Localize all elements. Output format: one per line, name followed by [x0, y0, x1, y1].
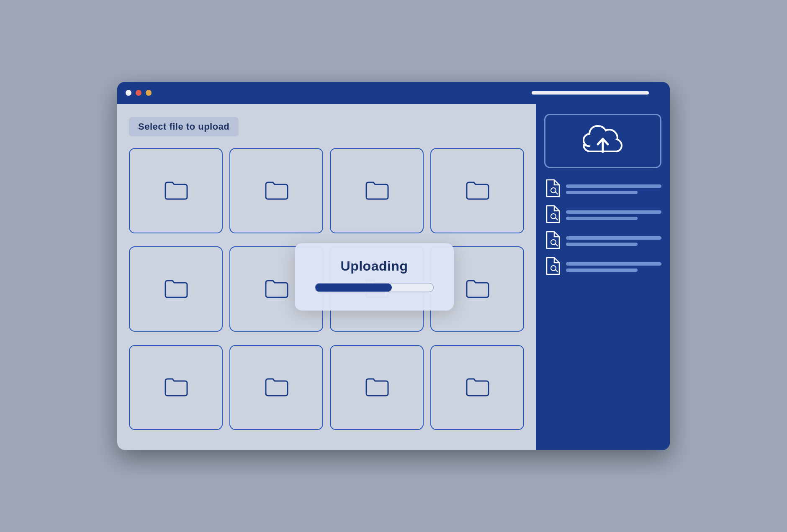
folder-icon — [264, 376, 289, 399]
svg-point-6 — [551, 240, 556, 245]
folder-item[interactable] — [229, 345, 323, 430]
progress-bar-fill — [315, 284, 392, 292]
file-line-2 — [566, 217, 638, 220]
right-panel — [536, 104, 670, 450]
file-list-item[interactable] — [544, 231, 661, 251]
file-list-item[interactable] — [544, 205, 661, 225]
file-line-2 — [566, 243, 638, 246]
file-icon — [544, 179, 560, 199]
folder-item[interactable] — [330, 345, 424, 430]
folder-icon — [264, 278, 289, 300]
progress-bar-track — [315, 283, 434, 292]
titlebar — [117, 82, 670, 104]
cloud-upload-icon — [582, 123, 624, 159]
folder-item[interactable] — [229, 148, 323, 233]
folder-item[interactable] — [330, 148, 424, 233]
svg-point-8 — [551, 266, 556, 271]
file-list — [544, 179, 661, 277]
close-button[interactable] — [126, 90, 131, 96]
folder-icon — [163, 278, 188, 300]
folder-icon — [465, 376, 490, 399]
folder-item[interactable] — [129, 246, 223, 332]
file-lines — [566, 262, 661, 272]
file-lines — [566, 236, 661, 246]
maximize-button[interactable] — [146, 90, 152, 96]
file-line-1 — [566, 236, 661, 240]
folder-item[interactable] — [430, 148, 524, 233]
app-window: Select file to upload — [117, 82, 670, 450]
folder-item[interactable] — [129, 148, 223, 233]
file-line-2 — [566, 191, 638, 194]
titlebar-decoration — [532, 91, 649, 95]
select-file-label: Select file to upload — [129, 117, 239, 136]
folder-item[interactable] — [129, 345, 223, 430]
content-area: Select file to upload — [117, 104, 670, 450]
file-line-1 — [566, 210, 661, 214]
file-line-1 — [566, 184, 661, 188]
file-list-item[interactable] — [544, 257, 661, 277]
folder-icon — [264, 179, 289, 202]
file-lines — [566, 210, 661, 220]
folder-item[interactable] — [430, 345, 524, 430]
file-line-1 — [566, 262, 661, 266]
folder-icon — [364, 376, 389, 399]
file-icon — [544, 257, 560, 277]
file-list-item[interactable] — [544, 179, 661, 199]
upload-overlay: Uploading — [295, 243, 454, 311]
folder-icon — [465, 278, 490, 300]
folder-icon — [163, 376, 188, 399]
traffic-lights — [126, 90, 152, 96]
file-line-2 — [566, 269, 638, 272]
file-icon — [544, 231, 560, 251]
svg-point-2 — [551, 188, 556, 193]
svg-point-4 — [551, 214, 556, 219]
file-icon — [544, 205, 560, 225]
cloud-upload-button[interactable] — [544, 114, 661, 168]
folder-icon — [465, 179, 490, 202]
folder-icon — [364, 179, 389, 202]
left-panel: Select file to upload — [117, 104, 536, 450]
minimize-button[interactable] — [136, 90, 141, 96]
file-lines — [566, 184, 661, 194]
folder-icon — [163, 179, 188, 202]
uploading-title: Uploading — [315, 258, 434, 274]
